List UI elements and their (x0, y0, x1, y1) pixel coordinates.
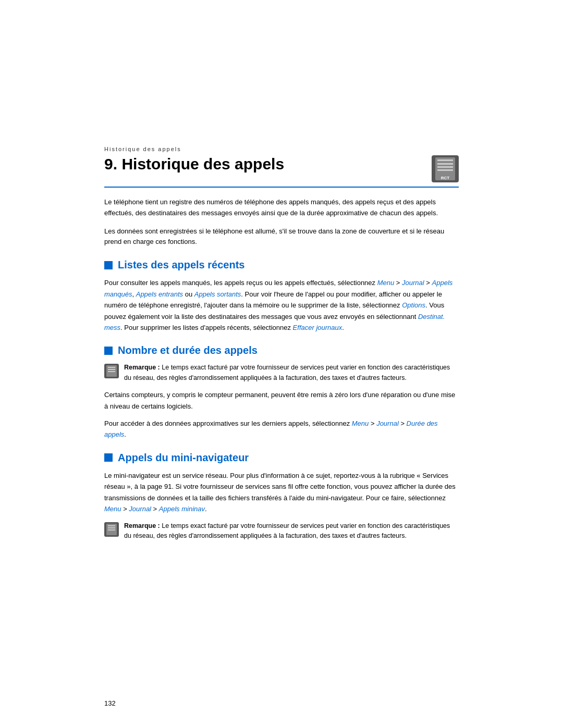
link-appels-entrants: Appels entrants (136, 290, 183, 298)
section-label: Historique des appels (104, 146, 459, 152)
nombre-body-2: Certains compteurs, y compris le compteu… (104, 389, 459, 412)
content-area: Historique des appels 9. Historique des … (104, 0, 459, 589)
chapter-icon: RCT (432, 155, 459, 182)
note-text-2: Remarque : Le temps exact facturé par vo… (124, 521, 459, 541)
link-journal-1: Journal (402, 279, 424, 287)
chapter-header: 9. Historique des appels RCT (104, 155, 459, 188)
page-number: 132 (104, 699, 116, 707)
section-title-listes: Listes des appels récents (118, 259, 244, 271)
link-appels-mininav: Appels mininav (159, 505, 205, 513)
section-square-icon (104, 261, 113, 269)
note-icon-1 (104, 364, 119, 378)
section-square-icon-2 (104, 347, 113, 355)
link-options: Options (402, 301, 425, 309)
section-heading-listes: Listes des appels récents (104, 259, 459, 271)
note-box-1: Remarque : Le temps exact facturé par vo… (104, 363, 459, 383)
note-text-1: Remarque : Le temps exact facturé par vo… (124, 363, 459, 383)
section-title-mininav: Appels du mini-navigateur (118, 452, 249, 464)
nombre-body-3: Pour accéder à des données approximative… (104, 418, 459, 440)
intro-paragraph-2: Les données sont enregistrées si le télé… (104, 226, 459, 248)
intro-paragraph-1: Le téléphone tient un registre des numér… (104, 197, 459, 219)
note-box-2: Remarque : Le temps exact facturé par vo… (104, 521, 459, 541)
page: Historique des appels 9. Historique des … (0, 0, 563, 728)
link-journal-3: Journal (129, 505, 151, 513)
icon-label: RCT (432, 176, 459, 180)
link-destinat-mess: Destinat. mess (104, 313, 445, 331)
mininav-body-1: Le mini-navigateur est un service réseau… (104, 470, 459, 515)
note-bold-label-1: Remarque : (124, 364, 160, 371)
link-menu-3: Menu (104, 505, 121, 513)
link-menu-2: Menu (352, 419, 369, 427)
section-title-nombre: Nombre et durée des appels (118, 344, 258, 356)
section-heading-nombre: Nombre et durée des appels (104, 344, 459, 356)
link-appels-sortants: Appels sortants (194, 290, 241, 298)
note-bold-label-2: Remarque : (124, 522, 160, 529)
link-menu-1: Menu (377, 279, 395, 287)
chapter-title: 9. Historique des appels (104, 155, 284, 173)
section-square-icon-3 (104, 453, 113, 462)
listes-body-text: Pour consulter les appels manqués, les a… (104, 277, 459, 333)
link-effacer-journaux: Effacer journaux (293, 324, 342, 331)
note-icon-2 (104, 522, 119, 537)
link-journal-2: Journal (376, 419, 399, 427)
section-heading-mininav: Appels du mini-navigateur (104, 452, 459, 464)
